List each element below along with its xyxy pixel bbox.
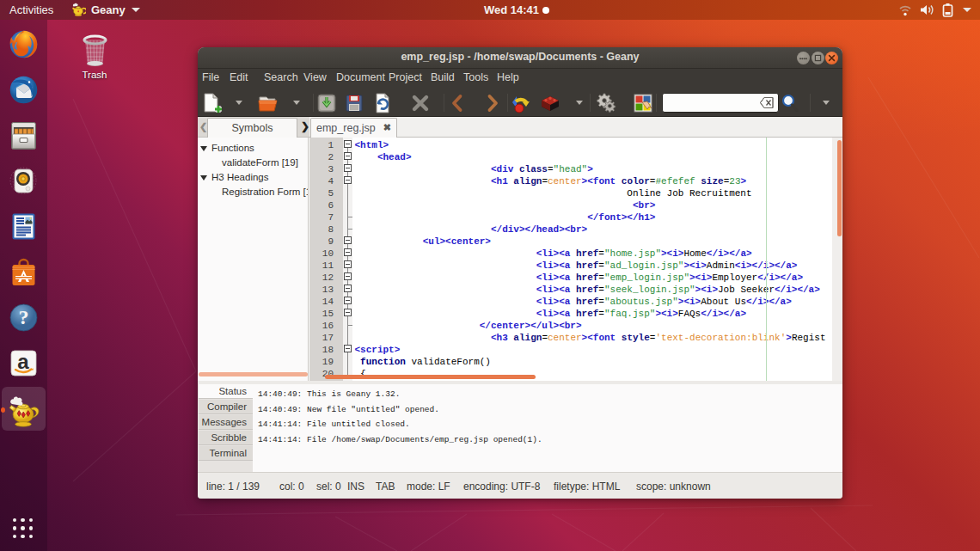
svg-text:a: a (17, 350, 29, 373)
svg-text:?: ? (19, 306, 29, 328)
